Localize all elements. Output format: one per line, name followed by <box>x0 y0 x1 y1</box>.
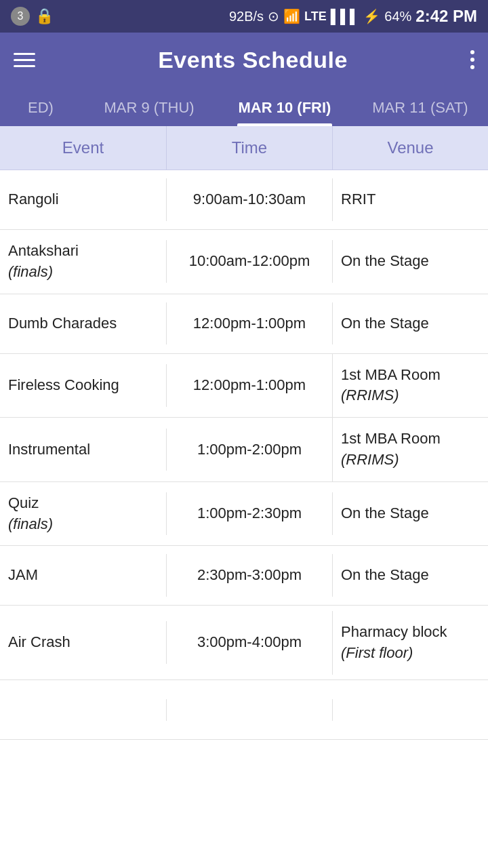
table-row: Dumb Charades 12:00pm-1:00pm On the Stag… <box>0 294 488 354</box>
tab-mar10-label: MAR 10 (FRI) <box>239 99 331 116</box>
event-cell: Rangoli <box>0 178 166 221</box>
event-cell-empty <box>0 699 166 721</box>
time-cell: 1:00pm-2:00pm <box>166 429 332 471</box>
table-row: Rangoli 9:00am-10:30am RRIT <box>0 170 488 230</box>
time-cell: 2:30pm-3:00pm <box>166 554 332 597</box>
status-left: 3 🔒 <box>11 7 54 26</box>
hamburger-button[interactable] <box>14 53 35 67</box>
tab-mar9-label: MAR 9 (THU) <box>104 99 194 116</box>
table-row: JAM 2:30pm-3:00pm On the Stage <box>0 546 488 606</box>
clock: 2:42 PM <box>415 7 477 26</box>
event-cell: Quiz (finals) <box>0 482 166 546</box>
tab-mar9[interactable]: MAR 9 (THU) <box>81 87 217 126</box>
charging-icon: ⚡ <box>363 8 380 24</box>
table-row: Instrumental 1:00pm-2:00pm 1st MBA Room … <box>0 418 488 482</box>
time-cell: 3:00pm-4:00pm <box>166 621 332 664</box>
table-row: Antakshari (finals) 10:00am-12:00pm On t… <box>0 230 488 294</box>
venue-cell-empty <box>332 699 488 721</box>
venue-cell: On the Stage <box>332 302 488 345</box>
tab-mar8-label: ED) <box>28 99 54 116</box>
time-cell: 12:00pm-1:00pm <box>166 302 332 345</box>
tab-mar8[interactable]: ED) <box>0 87 81 126</box>
status-right: 92B/s ⊙ 📶 LTE ▌▌▌ ⚡ 64% 2:42 PM <box>229 7 477 26</box>
notification-badge: 3 <box>11 7 30 26</box>
event-cell: JAM <box>0 554 166 597</box>
app-bar: Events Schedule <box>0 33 488 87</box>
time-cell-empty <box>166 699 332 721</box>
tabs-container: ED) MAR 9 (THU) MAR 10 (FRI) MAR 11 (SAT… <box>0 87 488 126</box>
table-header-row: Event Time Venue <box>0 126 488 170</box>
tab-mar11[interactable]: MAR 11 (SAT) <box>352 87 488 126</box>
event-cell: Instrumental <box>0 429 166 471</box>
venue-cell: 1st MBA Room (RRIMS) <box>332 354 488 418</box>
event-cell: Dumb Charades <box>0 302 166 345</box>
venue-cell: Pharmacy block (First floor) <box>332 611 488 675</box>
tab-mar11-label: MAR 11 (SAT) <box>372 99 468 116</box>
tab-mar10[interactable]: MAR 10 (FRI) <box>217 87 352 126</box>
venue-cell: On the Stage <box>332 240 488 283</box>
signal-bars-icon: ▌▌▌ <box>331 9 360 24</box>
time-cell: 9:00am-10:30am <box>166 178 332 221</box>
status-bar: 3 🔒 92B/s ⊙ 📶 LTE ▌▌▌ ⚡ 64% 2:42 PM <box>0 0 488 33</box>
table-row-empty <box>0 680 488 740</box>
table-row: Air Crash 3:00pm-4:00pm Pharmacy block (… <box>0 606 488 680</box>
event-cell: Fireless Cooking <box>0 364 166 407</box>
venue-cell: On the Stage <box>332 554 488 597</box>
time-column-header: Time <box>166 126 332 170</box>
lte-icon: LTE <box>304 9 327 24</box>
venue-cell: RRIT <box>332 178 488 221</box>
network-speed: 92B/s <box>229 9 264 24</box>
venue-cell: 1st MBA Room (RRIMS) <box>332 418 488 481</box>
event-cell: Antakshari (finals) <box>0 230 166 294</box>
event-cell: Air Crash <box>0 621 166 664</box>
lock-icon: 🔒 <box>35 7 54 25</box>
venue-column-header: Venue <box>332 126 488 170</box>
event-column-header: Event <box>0 126 166 170</box>
table-row: Fireless Cooking 12:00pm-1:00pm 1st MBA … <box>0 354 488 418</box>
table-row: Quiz (finals) 1:00pm-2:30pm On the Stage <box>0 482 488 547</box>
more-options-button[interactable] <box>470 50 474 69</box>
events-table: Event Time Venue Rangoli 9:00am-10:30am … <box>0 126 488 740</box>
time-cell: 1:00pm-2:30pm <box>166 492 332 535</box>
wifi-icon: ⊙ <box>268 8 279 24</box>
app-bar-title: Events Schedule <box>158 47 348 73</box>
battery-level: 64% <box>384 9 411 24</box>
signal-icon: 📶 <box>283 8 300 24</box>
venue-cell: On the Stage <box>332 492 488 535</box>
time-cell: 10:00am-12:00pm <box>166 240 332 283</box>
time-cell: 12:00pm-1:00pm <box>166 364 332 407</box>
